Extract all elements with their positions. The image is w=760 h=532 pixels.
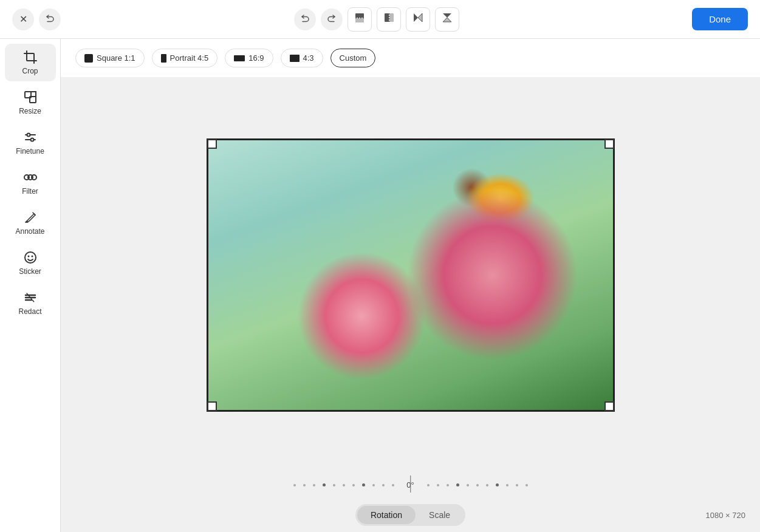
undo-icon bbox=[45, 13, 55, 26]
redact-icon bbox=[23, 290, 38, 305]
crop-handle-bottomleft[interactable] bbox=[207, 401, 217, 411]
ruler-dot bbox=[437, 484, 439, 486]
mirror-h-button[interactable] bbox=[406, 7, 430, 32]
portrait-icon bbox=[161, 54, 166, 63]
aspect-portrait-button[interactable]: Portrait 4:5 bbox=[152, 49, 218, 67]
image-size-container: 1080 × 720 bbox=[465, 511, 745, 520]
sidebar-item-finetune[interactable]: Finetune bbox=[5, 124, 56, 162]
svg-marker-6 bbox=[414, 13, 418, 22]
sidebar: Crop Resize Fi bbox=[0, 39, 61, 532]
ruler-dot bbox=[313, 484, 315, 486]
crop-handle-topleft[interactable] bbox=[207, 139, 217, 149]
sidebar-item-crop[interactable]: Crop bbox=[5, 44, 56, 81]
topbar-right: Done bbox=[692, 8, 748, 30]
aspect-custom-button[interactable]: Custom bbox=[330, 49, 376, 67]
crop-icon bbox=[23, 50, 38, 64]
mirror-v-button[interactable] bbox=[435, 7, 459, 32]
aspect-square-label: Square 1:1 bbox=[97, 53, 135, 63]
undo-button[interactable] bbox=[39, 9, 61, 30]
aspect-16x9-button[interactable]: 16:9 bbox=[225, 49, 273, 67]
svg-rect-1 bbox=[355, 18, 364, 22]
bottom-tabs: Rotation Scale 1080 × 720 bbox=[61, 498, 760, 532]
svg-point-30 bbox=[31, 256, 33, 257]
sidebar-item-label-annotate: Annotate bbox=[15, 227, 44, 236]
sidebar-item-label-redact: Redact bbox=[18, 307, 41, 316]
tab-rotation[interactable]: Rotation bbox=[357, 506, 416, 524]
tabs-center: Rotation Scale bbox=[355, 504, 465, 526]
crop-overlay bbox=[207, 138, 615, 412]
topbar-left: ✕ bbox=[12, 9, 61, 30]
close-button[interactable]: ✕ bbox=[12, 9, 34, 30]
sidebar-item-label-crop: Crop bbox=[22, 67, 38, 75]
flip-up-icon bbox=[354, 12, 366, 27]
aspect-16x9-label: 16:9 bbox=[248, 53, 264, 63]
flip-side-button[interactable] bbox=[377, 7, 401, 32]
svg-point-22 bbox=[30, 138, 33, 142]
sidebar-item-redact[interactable]: Redact bbox=[5, 284, 56, 322]
svg-point-29 bbox=[27, 256, 29, 257]
content-area: Square 1:1 Portrait 4:5 16:9 4:3 Custom bbox=[61, 39, 760, 532]
ruler-dot bbox=[293, 484, 296, 486]
ruler-dot bbox=[496, 483, 499, 486]
crop-handle-bottomright[interactable] bbox=[604, 401, 614, 411]
ruler-dot bbox=[476, 484, 479, 486]
undo2-button[interactable] bbox=[294, 9, 316, 30]
svg-point-21 bbox=[27, 134, 30, 137]
ruler-dot bbox=[427, 484, 430, 486]
sidebar-item-annotate[interactable]: Annotate bbox=[5, 204, 56, 242]
ruler-dot bbox=[343, 484, 345, 486]
sidebar-item-filter[interactable]: Filter bbox=[5, 164, 56, 202]
main-layout: Crop Resize Fi bbox=[0, 39, 760, 532]
landscape16-icon bbox=[234, 55, 245, 61]
aspect-custom-label: Custom bbox=[340, 53, 367, 63]
annotate-icon bbox=[23, 210, 38, 225]
flip-up-button[interactable] bbox=[347, 7, 372, 32]
redo-button[interactable] bbox=[321, 9, 343, 30]
sidebar-item-sticker[interactable]: Sticker bbox=[5, 244, 56, 282]
ruler-dot bbox=[382, 484, 385, 486]
svg-marker-8 bbox=[443, 13, 451, 18]
svg-rect-4 bbox=[389, 13, 394, 22]
ruler-dot bbox=[392, 484, 394, 486]
ruler-dot bbox=[447, 484, 449, 486]
filter-icon bbox=[23, 170, 38, 185]
close-icon: ✕ bbox=[19, 13, 27, 25]
sidebar-item-label-sticker: Sticker bbox=[19, 267, 41, 276]
image-container[interactable] bbox=[207, 138, 615, 412]
rotation-area: 0° bbox=[61, 473, 760, 498]
sidebar-item-resize[interactable]: Resize bbox=[5, 84, 56, 121]
mirror-h-icon bbox=[412, 12, 424, 27]
done-button[interactable]: Done bbox=[692, 8, 748, 30]
ruler-dot bbox=[516, 484, 518, 486]
ruler-dot bbox=[525, 484, 528, 486]
sticker-icon bbox=[23, 250, 38, 265]
aspect-square-button[interactable]: Square 1:1 bbox=[75, 49, 145, 67]
sidebar-item-label-filter: Filter bbox=[22, 187, 38, 196]
ruler-dot bbox=[333, 484, 335, 486]
svg-rect-3 bbox=[385, 13, 389, 22]
aspect-ratio-bar: Square 1:1 Portrait 4:5 16:9 4:3 Custom bbox=[61, 39, 760, 77]
ruler-dot bbox=[362, 483, 365, 486]
sidebar-item-label-resize: Resize bbox=[19, 107, 41, 115]
svg-marker-9 bbox=[443, 18, 451, 22]
ruler-dot bbox=[352, 484, 355, 486]
tab-scale[interactable]: Scale bbox=[416, 506, 464, 524]
rotation-ruler: 0° bbox=[61, 480, 760, 489]
flip-side-icon bbox=[383, 12, 395, 27]
aspect-4x3-button[interactable]: 4:3 bbox=[281, 49, 323, 67]
mirror-v-icon bbox=[441, 12, 453, 27]
ruler-dot bbox=[506, 484, 508, 486]
square-icon bbox=[84, 54, 93, 63]
aspect-portrait-label: Portrait 4:5 bbox=[170, 53, 209, 63]
topbar: ✕ bbox=[0, 0, 760, 39]
crop-handle-topright[interactable] bbox=[604, 139, 614, 149]
svg-rect-0 bbox=[355, 13, 364, 18]
finetune-icon bbox=[23, 130, 38, 145]
ruler-dot bbox=[486, 484, 488, 486]
ruler-center-line bbox=[410, 476, 411, 493]
ruler-tick-area: 0° bbox=[293, 480, 528, 489]
redo-icon bbox=[327, 13, 337, 26]
ruler-dot bbox=[467, 484, 469, 486]
svg-rect-10 bbox=[27, 53, 34, 61]
undo2-icon bbox=[300, 13, 310, 26]
